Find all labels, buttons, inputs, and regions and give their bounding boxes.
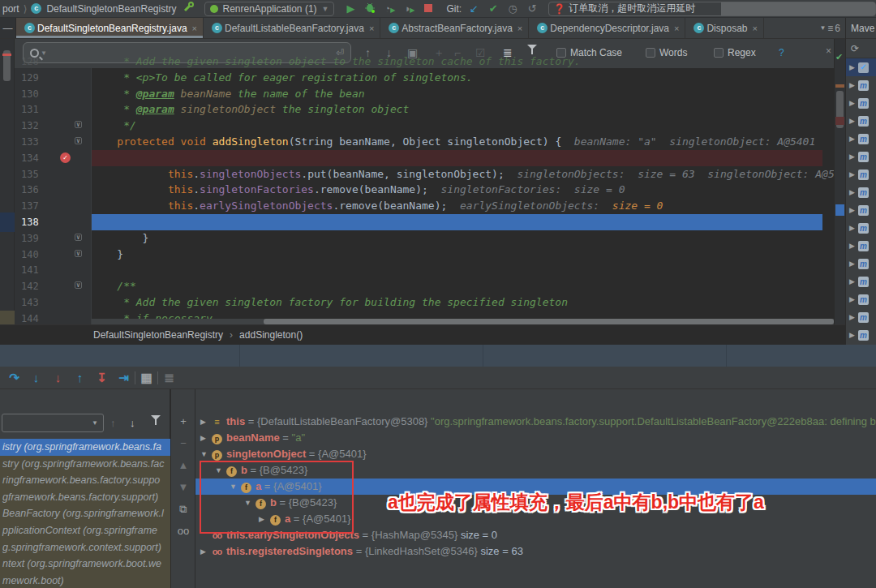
close-icon[interactable]: × xyxy=(752,24,757,33)
stack-frame-0[interactable]: istry (org.springframework.beans.fa xyxy=(0,439,170,456)
maven-title[interactable]: Mave xyxy=(846,18,876,39)
close-find-icon[interactable]: × xyxy=(826,45,831,57)
maven-module-row[interactable]: ▶m xyxy=(846,237,876,255)
coverage-button[interactable]: ◑▶ xyxy=(399,2,419,15)
maven-module-row[interactable]: ▶m xyxy=(846,112,876,130)
nav-breadcrumb-class[interactable]: DefaultSingletonBeanRegistry xyxy=(46,3,176,15)
stack-frame-8[interactable]: mework.boot) xyxy=(0,573,170,588)
select-occurrences-icon[interactable]: ☑ xyxy=(475,46,486,59)
duplicate-icon[interactable]: ⧉ xyxy=(171,503,195,516)
remove-watch-icon[interactable]: − xyxy=(171,437,195,449)
maven-module-row[interactable]: ▶m xyxy=(846,76,876,94)
tab-overflow-button[interactable]: ▼ ≡ 6 xyxy=(814,18,845,38)
wrench-icon[interactable] xyxy=(178,2,198,15)
editor-tab-1[interactable]: cDefaultListableBeanFactory.java× xyxy=(204,18,380,38)
stack-frame-4[interactable]: BeanFactory (org.springframework.l xyxy=(0,505,170,522)
left-marker-stripe[interactable] xyxy=(0,39,15,324)
trace-settings-icon[interactable]: ≣ xyxy=(158,371,180,385)
maven-module-row[interactable]: ▶m xyxy=(846,219,876,237)
evaluate-expression-icon[interactable]: ▦ xyxy=(135,371,157,385)
match-case-checkbox[interactable]: Match Case xyxy=(556,47,622,58)
expand-icon[interactable]: ▶ xyxy=(200,543,212,560)
expand-icon[interactable]: ▶ xyxy=(849,331,855,339)
words-checkbox[interactable]: Words xyxy=(646,47,687,58)
maven-module-row[interactable]: ▶m xyxy=(846,273,876,290)
force-step-into-icon[interactable]: ↓ xyxy=(47,371,69,384)
thread-selector[interactable]: ▼ xyxy=(2,414,104,432)
step-into-icon[interactable]: ↓ xyxy=(25,371,47,384)
prev-occurrence-icon[interactable]: ↑ xyxy=(365,46,371,59)
variable-row-singletonObject[interactable]: ▼psingletonObject = {A@5401} xyxy=(195,446,876,462)
add-selection-icon[interactable]: ＋ xyxy=(433,46,444,61)
git-update-icon[interactable]: ↙ xyxy=(464,2,483,15)
maven-module-row[interactable]: ▶m xyxy=(846,201,876,219)
expand-icon[interactable]: ▶ xyxy=(849,170,855,178)
expand-icon[interactable]: ▶ xyxy=(849,63,855,71)
code-line-137[interactable]: 137 this.earlySingletonObjects.remove(be… xyxy=(15,198,834,214)
stack-frame-2[interactable]: ringframework.beans.factory.suppo xyxy=(0,472,170,489)
maven-module-row[interactable]: ▶m xyxy=(846,94,876,112)
expand-icon[interactable]: ▶ xyxy=(849,99,855,107)
variable-row-this.registeredSingletons[interactable]: ▶oothis.registeredSingletons = {LinkedHa… xyxy=(195,543,876,560)
inspections-ok-icon[interactable]: ✔ xyxy=(835,52,845,62)
git-commit-icon[interactable]: ✔ xyxy=(483,2,503,15)
run-config-selector[interactable]: RenrenApplication (1) ▼ xyxy=(204,2,334,16)
expand-icon[interactable]: ▶ xyxy=(849,81,855,89)
add-watch-icon[interactable]: + xyxy=(171,415,195,427)
profiler-button[interactable]: ◔▶ xyxy=(380,2,399,15)
editor-tab-0[interactable]: cDefaultSingletonBeanRegistry.java× xyxy=(16,18,204,38)
run-to-cursor-icon[interactable]: ⇥ xyxy=(113,371,135,385)
collapse-icon[interactable]: ▼ xyxy=(200,446,212,462)
step-over-icon[interactable]: ↷ xyxy=(3,371,25,385)
expand-icon[interactable]: ▶ xyxy=(849,135,855,143)
stack-frame-7[interactable]: ntext (org.springframework.boot.we xyxy=(0,556,170,573)
remove-selection-icon[interactable]: ⌐ xyxy=(454,46,461,59)
stack-frame-3[interactable]: gframework.beans.factory.support) xyxy=(0,489,170,506)
maven-module-row[interactable]: ▶m xyxy=(846,165,876,183)
code-line-138[interactable]: 138 this.registeredSingletons.add(beanNa… xyxy=(15,214,834,230)
maven-module-row[interactable]: ▶m xyxy=(846,148,876,165)
expand-icon[interactable]: ▶ xyxy=(849,295,855,303)
show-watches-icon[interactable]: oo xyxy=(171,525,195,537)
debug-button[interactable] xyxy=(360,2,380,15)
expand-icon[interactable]: ▶ xyxy=(200,414,212,430)
select-all-occurrences-icon[interactable]: ▣ xyxy=(407,46,418,59)
rollback-icon[interactable]: ↺ xyxy=(522,2,542,15)
regex-checkbox[interactable]: Regex xyxy=(714,47,756,58)
refresh-icon[interactable]: ⟳ xyxy=(851,43,859,54)
expand-icon[interactable]: ▶ xyxy=(200,430,212,446)
close-icon[interactable]: × xyxy=(192,24,197,33)
variable-row-beanName[interactable]: ▶pbeanName = "a" xyxy=(195,430,876,446)
breadcrumb-class[interactable]: DefaultSingletonBeanRegistry xyxy=(93,329,223,341)
search-options-icon[interactable]: ≣ xyxy=(503,46,513,59)
hide-tabs-icon[interactable]: — xyxy=(0,18,16,38)
code-line-132[interactable]: 132∨ */ xyxy=(15,118,834,134)
drop-frame-icon[interactable]: ↧ xyxy=(91,371,113,385)
editor-tab-4[interactable]: cDisposab× xyxy=(685,18,763,38)
stack-frame-6[interactable]: g.springframework.context.support) xyxy=(0,539,170,556)
maven-module-row[interactable]: ▶m xyxy=(846,130,876,148)
maven-module-row[interactable]: ▶m xyxy=(846,308,876,326)
close-icon[interactable]: × xyxy=(674,24,679,33)
code-line-129[interactable]: 129 * <p>To be called for eager registra… xyxy=(15,70,834,86)
stop-button[interactable] xyxy=(419,2,438,15)
variable-row-this[interactable]: ▶≡this = {DefaultListableBeanFactory@530… xyxy=(195,414,876,430)
frame-up-icon[interactable]: ↑ xyxy=(110,417,116,429)
expand-icon[interactable]: ▶ xyxy=(849,224,855,232)
maven-module-row[interactable]: ▶m xyxy=(846,255,876,273)
code-line-133[interactable]: 133∨ protected void addSingleton(String … xyxy=(15,134,834,150)
maven-project-row[interactable]: ▶✓ xyxy=(846,58,876,76)
code-line-130[interactable]: 130 * @param beanName the name of the be… xyxy=(15,86,834,102)
help-icon[interactable]: ? xyxy=(779,47,784,58)
nav-breadcrumb-prefix[interactable]: port xyxy=(2,3,19,15)
todo-search-box[interactable]: ❓ 订单取消，超时取消运用延时 xyxy=(548,2,876,16)
code-line-136[interactable]: 136 this.singletonFactories.remove(beanN… xyxy=(15,182,834,198)
code-line-143[interactable]: 143 * Add the given singleton factory fo… xyxy=(15,294,834,311)
editor-tab-2[interactable]: cAbstractBeanFactory.java× xyxy=(380,18,529,38)
search-input[interactable]: ▼ ⏎ xyxy=(23,42,351,63)
code-line-135[interactable]: 135 this.singletonObjects.put(beanName, … xyxy=(15,166,834,182)
code-line-142[interactable]: 142∨ /** xyxy=(15,278,834,294)
next-occurrence-icon[interactable]: ↓ xyxy=(386,46,392,59)
expand-icon[interactable]: ▶ xyxy=(849,206,855,214)
close-icon[interactable]: × xyxy=(369,24,374,33)
